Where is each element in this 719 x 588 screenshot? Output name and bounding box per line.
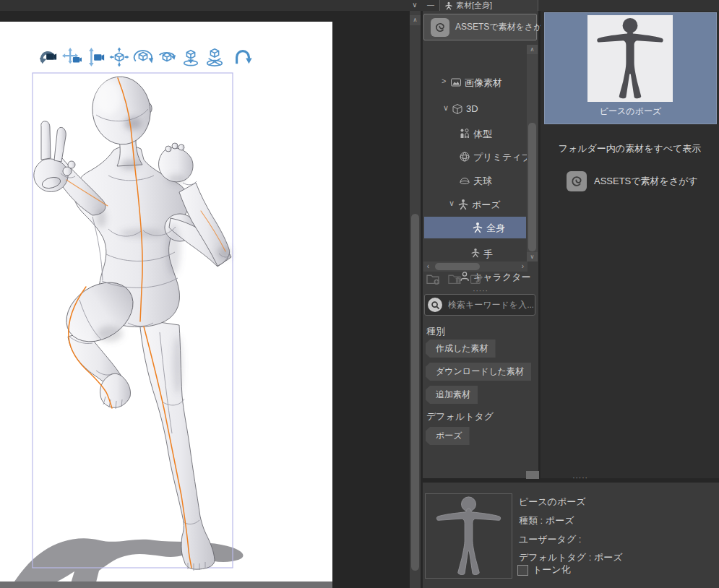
object-spin-icon[interactable] <box>157 47 177 67</box>
pose-figure[interactable] <box>0 22 332 588</box>
panel-collapse-icon[interactable]: ∨ <box>409 0 421 11</box>
clip-studio-logo-icon <box>567 171 587 191</box>
scroll-left-icon[interactable]: ‹ <box>423 261 433 272</box>
image-icon <box>450 77 462 91</box>
material-thumbnail <box>587 15 673 102</box>
type-filter-label: 種別 <box>426 325 445 338</box>
reset-rotation-icon[interactable] <box>233 47 253 67</box>
scroll-up-icon[interactable]: ∧ <box>410 15 421 25</box>
detail-name: ピースのポーズ <box>519 496 586 509</box>
tag-pose[interactable]: ポーズ <box>426 427 470 445</box>
tree-item-image-material[interactable]: > 画像素材 <box>423 73 538 92</box>
detail-kind: 種類 : ポーズ <box>519 514 574 527</box>
collapse-icon[interactable]: ∨ <box>443 103 449 113</box>
full-body-icon <box>472 222 483 236</box>
sky-dome-icon <box>459 175 470 189</box>
tab-label: 素材[全身] <box>456 0 492 11</box>
primitive-icon <box>459 151 470 165</box>
tone-option: トーン化 <box>517 563 571 576</box>
detail-default-tag: デフォルトタグ : ポーズ <box>519 551 623 564</box>
assets-search-link[interactable]: ASSETSで素材をさがす <box>567 171 698 191</box>
search-icon <box>428 298 442 312</box>
tree-h-scrollbar[interactable]: ‹ › <box>423 261 528 272</box>
scrollbar-corner <box>526 471 539 479</box>
tone-checkbox[interactable] <box>517 565 528 576</box>
assets-search-button[interactable]: ASSETSで素材をさがす <box>423 14 537 40</box>
tree-item-primitive[interactable]: プリミティブ <box>423 147 538 166</box>
assets-link-label: ASSETSで素材をさがす <box>594 175 698 188</box>
body-type-icon <box>459 128 470 142</box>
title-bar: ∨ — 素材[全身] <box>0 0 719 11</box>
workspace-scrollbar[interactable]: ∧ <box>410 11 421 588</box>
material-search <box>424 294 535 316</box>
material-card-selected[interactable]: ピースのポーズ <box>544 12 717 124</box>
camera-orbit-icon[interactable] <box>38 47 58 67</box>
tone-label: トーン化 <box>533 563 571 576</box>
object-rotate-icon[interactable] <box>133 47 153 67</box>
object-move-icon[interactable] <box>109 47 129 67</box>
tree-item-3d[interactable]: ∨ 3D <box>423 100 538 118</box>
material-list: ピースのポーズ フォルダー内の素材をすべて表示 ASSETSで素材をさがす <box>541 11 719 478</box>
cube-icon <box>452 103 463 118</box>
new-folder-icon[interactable] <box>426 273 442 285</box>
canvas-scrollbar[interactable] <box>0 581 332 588</box>
tag-downloaded-materials[interactable]: ダウンロードした素材 <box>426 363 531 381</box>
tag-added-materials[interactable]: 追加素材 <box>426 386 478 404</box>
pose-icon <box>457 199 469 213</box>
material-detail-panel: ピースのポーズ 種類 : ポーズ ユーザータグ : デフォルトタグ : ポーズ … <box>423 483 719 588</box>
tree-item-sky-dome[interactable]: 天球 <box>423 171 538 190</box>
tree-item-pose[interactable]: ∨ ポーズ <box>423 195 538 214</box>
scroll-down-icon[interactable]: ∨ <box>527 252 538 261</box>
camera-zoom-icon[interactable] <box>85 47 106 67</box>
tab-material-fullbody[interactable]: 素材[全身] <box>439 0 538 11</box>
delete-folder-icon[interactable] <box>447 273 463 285</box>
tree-item-hand[interactable]: 手 <box>423 244 538 263</box>
scrollbar-thumb[interactable] <box>435 263 480 270</box>
detail-thumbnail <box>425 493 512 579</box>
scroll-right-icon[interactable]: › <box>518 261 528 272</box>
show-all-link[interactable]: フォルダー内の素材をすべて表示 <box>541 142 719 155</box>
clip-studio-window: ∨ — 素材[全身] <box>0 0 719 588</box>
scroll-up-icon[interactable]: ∧ <box>527 45 538 54</box>
minimize-panel-icon[interactable]: — <box>426 0 436 11</box>
hand-icon <box>470 248 481 261</box>
detail-splitter[interactable]: ····· <box>562 474 598 482</box>
scrollbar-thumb[interactable] <box>411 214 419 571</box>
object-snap-ground-icon[interactable] <box>204 47 225 67</box>
material-name: ピースのポーズ <box>545 105 716 118</box>
assets-button-label: ASSETSで素材をさがす <box>455 21 551 33</box>
tree-item-body-type[interactable]: 体型 <box>423 124 538 143</box>
tree-item-full-body[interactable]: 全身 <box>424 217 526 238</box>
collapse-icon[interactable]: ∨ <box>449 199 455 208</box>
object-ground-icon[interactable] <box>181 47 201 67</box>
detail-user-tag: ユーザータグ : <box>519 533 581 546</box>
materials-panel: ASSETSで素材をさがす > 画像素材 ∨ 3D 体型 プリミティブ <box>423 11 538 478</box>
person-icon <box>444 1 453 10</box>
clip-studio-logo-icon <box>431 18 449 37</box>
search-input[interactable] <box>447 299 535 311</box>
folder-toolbar <box>426 273 485 285</box>
edit-material-icon[interactable] <box>469 273 485 285</box>
default-tag-label: デフォルトタグ <box>426 410 494 423</box>
camera-pan-icon[interactable] <box>61 47 82 67</box>
expand-icon[interactable]: > <box>442 77 446 85</box>
3d-toolbar <box>38 47 253 67</box>
scrollbar-thumb[interactable] <box>528 123 536 251</box>
tree-scrollbar[interactable]: ∧ ∨ <box>527 45 538 261</box>
material-tree: > 画像素材 ∨ 3D 体型 プリミティブ 天球 ∨ <box>423 42 538 261</box>
3d-canvas[interactable] <box>0 22 332 588</box>
tag-created-materials[interactable]: 作成した素材 <box>426 340 496 358</box>
